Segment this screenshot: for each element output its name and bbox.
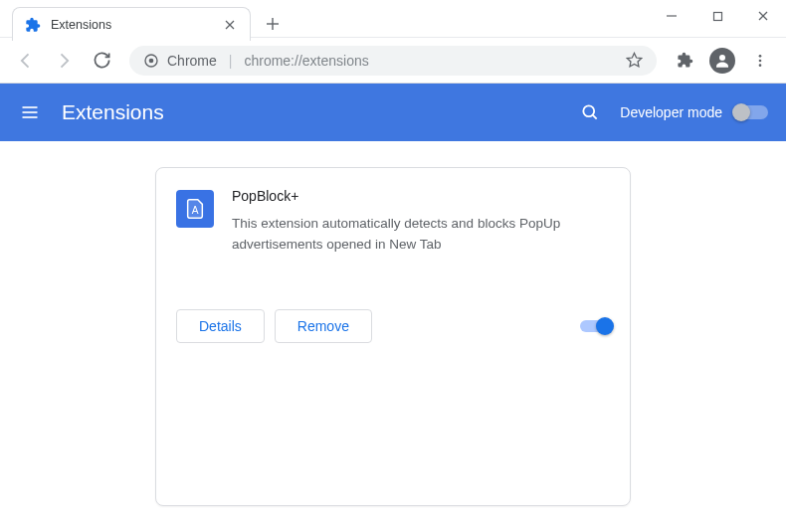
- svg-point-13: [759, 59, 762, 62]
- extension-enable-toggle[interactable]: [580, 320, 610, 332]
- svg-point-18: [584, 105, 595, 116]
- bookmark-star-icon[interactable]: [626, 52, 643, 69]
- window-controls: [649, 0, 786, 32]
- window-close-button[interactable]: [740, 0, 786, 32]
- reload-button[interactable]: [86, 45, 117, 77]
- url-path: chrome://extensions: [244, 53, 618, 69]
- developer-mode-toggle[interactable]: [734, 105, 768, 119]
- puzzle-piece-icon: [25, 17, 41, 33]
- svg-point-14: [759, 64, 762, 67]
- chrome-icon: [143, 53, 159, 69]
- window-maximize-button[interactable]: [694, 0, 740, 32]
- svg-text:A: A: [192, 205, 199, 216]
- extensions-icon[interactable]: [669, 45, 700, 77]
- tab-close-button[interactable]: [222, 17, 238, 33]
- extension-app-icon: A: [176, 190, 214, 228]
- remove-button[interactable]: Remove: [275, 309, 372, 343]
- address-bar[interactable]: Chrome | chrome://extensions: [129, 46, 657, 76]
- extension-name: PopBlock+: [232, 188, 610, 204]
- svg-point-11: [719, 55, 725, 61]
- extensions-content: A PopBlock+ This extension automatically…: [0, 141, 786, 532]
- window-minimize-button[interactable]: [649, 0, 694, 32]
- svg-point-9: [149, 58, 154, 63]
- svg-point-12: [759, 55, 762, 58]
- browser-tab[interactable]: Extensions: [12, 7, 251, 41]
- developer-mode-label: Developer mode: [620, 104, 722, 120]
- details-button[interactable]: Details: [176, 309, 265, 343]
- back-button[interactable]: [10, 45, 42, 77]
- page-title: Extensions: [62, 100, 578, 124]
- svg-line-19: [593, 115, 597, 119]
- extension-card: A PopBlock+ This extension automatically…: [155, 167, 631, 506]
- profile-avatar[interactable]: [706, 45, 738, 77]
- toggle-knob: [596, 317, 614, 335]
- tab-title: Extensions: [51, 18, 222, 32]
- toggle-knob: [732, 103, 750, 121]
- extensions-appbar: Extensions Developer mode: [0, 84, 786, 141]
- browser-toolbar: Chrome | chrome://extensions: [0, 38, 786, 84]
- url-scheme: Chrome: [167, 53, 217, 69]
- url-separator: |: [229, 53, 233, 69]
- kebab-menu-icon[interactable]: [744, 45, 776, 77]
- svg-marker-10: [627, 53, 641, 66]
- menu-hamburger-icon[interactable]: [18, 100, 42, 124]
- search-icon[interactable]: [578, 100, 602, 124]
- tab-strip: Extensions: [12, 7, 287, 41]
- new-tab-button[interactable]: [259, 10, 287, 38]
- extension-description: This extension automatically detects and…: [232, 214, 610, 256]
- svg-rect-1: [713, 12, 721, 20]
- forward-button[interactable]: [48, 45, 80, 77]
